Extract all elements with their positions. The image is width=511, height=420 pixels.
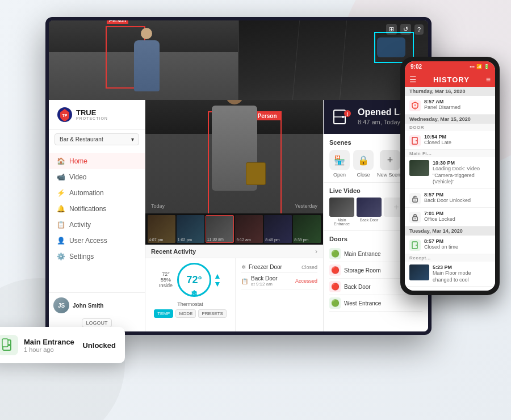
door-ok-icon-history <box>411 241 419 249</box>
mobile-filter-icon[interactable]: ≡ <box>486 75 491 84</box>
office-locked-desc: Office Locked <box>424 216 491 223</box>
back-door-icon: 📋 <box>241 278 248 284</box>
nav-item-activity[interactable]: 📋 Activity <box>49 217 145 233</box>
user-access-icon: 👤 <box>57 237 65 245</box>
refresh-icon[interactable]: ↺ <box>400 24 411 35</box>
recent-activity-arrow[interactable]: › <box>315 247 317 255</box>
nav-label-user-access: User Access <box>69 237 107 245</box>
nav-item-notifications[interactable]: 🔔 Notifications <box>49 201 145 217</box>
history-item-office-locked[interactable]: 7:01 PM Office Locked <box>405 208 495 226</box>
temp-decrease-button[interactable]: ▼ <box>213 280 221 288</box>
closed-on-time-time: 8:57 PM <box>424 238 491 244</box>
shield-icon-history <box>411 102 419 110</box>
scene-new-label: New Scene <box>377 172 403 178</box>
floor-mode-thumb <box>409 264 429 280</box>
mobile-menu-icon[interactable]: ☰ <box>409 75 417 84</box>
doors-title: Doors <box>329 236 347 242</box>
door-name-main: Main Entrance <box>344 251 380 257</box>
scene-new-button[interactable]: + New Scene <box>377 150 403 178</box>
svg-point-11 <box>414 107 416 108</box>
scene-new-icon: + <box>380 150 400 170</box>
temp-increase-button[interactable]: ▲ <box>213 272 221 280</box>
door-west-entrance[interactable]: 🟢 West Entrance <box>329 295 422 312</box>
thumb-4[interactable]: 9:12 am <box>235 215 263 243</box>
grid-icon[interactable]: ⊞ <box>386 24 397 35</box>
therm-mode-button[interactable]: MODE <box>175 309 196 318</box>
mobile-signal-icon: ▪▪▪ <box>470 64 475 69</box>
panel-disarmed-content: 8:57 AM Panel Disarmed <box>424 99 491 111</box>
mobile-wifi-icon: 📶 <box>476 64 482 69</box>
door-icon-storage: 🔴 <box>329 264 341 276</box>
nav-item-video[interactable]: 📹 Video <box>49 169 145 185</box>
door-icon-main: 🟢 <box>329 248 341 259</box>
cam-label-today: Today <box>151 203 165 209</box>
scene-open-button[interactable]: 🏪 Open <box>329 150 350 178</box>
inside-label: Inside <box>159 283 173 288</box>
history-item-closed-on-time[interactable]: 8:57 PM Closed on time <box>405 236 495 254</box>
live-cam-back[interactable]: Back Door <box>357 198 382 226</box>
back-door-name: Back Door <box>251 275 278 282</box>
camera-feed-1[interactable]: 11:30 am Person <box>49 20 239 100</box>
loading-dock-time: 10:30 PM <box>433 160 491 166</box>
svg-point-19 <box>416 245 417 246</box>
door-name-back: Back Door <box>344 284 371 290</box>
activity-icon: 📋 <box>57 221 65 229</box>
door-icon-history <box>411 137 419 145</box>
logo-protection: PROTECTION <box>76 116 108 120</box>
loading-dock-thumb <box>409 160 429 176</box>
history-item-loading-dock[interactable]: 10:30 PM Loading Dock: Video"Camera-trig… <box>405 157 495 189</box>
notif-status: Unlocked <box>82 341 116 350</box>
live-thumb-extra-icon: + <box>393 202 399 212</box>
nav-item-settings[interactable]: ⚙️ Settings <box>49 249 145 264</box>
freezer-icon: ❄ <box>241 264 246 270</box>
sidebar: TP TRUE PROTECTION Bar & Restaurant ▾ <box>49 100 145 331</box>
nav-item-user-access[interactable]: 👤 User Access <box>49 233 145 249</box>
history-item-closed-late[interactable]: 10:54 PM Closed Late <box>405 131 495 150</box>
mobile-time: 9:02 <box>411 64 422 70</box>
history-item-panel-disarmed[interactable]: 8:57 AM Panel Disarmed <box>405 96 495 115</box>
settings-icon: ⚙️ <box>57 253 65 261</box>
location-selector[interactable]: Bar & Restaurant ▾ <box>55 133 139 145</box>
opened-late-icon: ! <box>332 107 352 127</box>
nav-item-automation[interactable]: ⚡ Automation <box>49 185 145 201</box>
logout-button[interactable]: LOGOUT <box>82 318 111 327</box>
mobile-app-title: HISTORY <box>433 75 470 84</box>
back-door-unlocked-time: 8:57 PM <box>424 192 491 198</box>
thumb-3[interactable]: 11:30 am <box>206 215 234 243</box>
closed-on-time-desc: Closed on time <box>424 244 491 251</box>
nav-item-home[interactable]: 🏠 Home <box>49 153 145 169</box>
live-thumb-main <box>329 198 354 217</box>
scene-open-label: Open <box>333 172 346 178</box>
live-thumb-back <box>357 198 382 217</box>
therm-presets-button[interactable]: PRESETS <box>198 309 226 318</box>
temp-controls: ▲ ▼ <box>213 272 221 288</box>
nav-label-activity: Activity <box>69 221 91 229</box>
therm-temp-button[interactable]: TEMP <box>154 309 173 318</box>
nav-label-notifications: Notifications <box>69 205 106 213</box>
thumb-6[interactable]: 8:39 pm <box>293 215 321 243</box>
history-item-back-door-unlocked[interactable]: 8:57 PM Back Door Unlocked <box>405 189 495 208</box>
back-door-item: 📋 Back Door at 9:12 am Accessed <box>241 273 317 289</box>
history-item-floor-mode[interactable]: 5:23 PM Main Floor modechanged to cool <box>405 262 495 287</box>
live-cam-main[interactable]: MainEntrance <box>329 198 354 226</box>
outside-humidity: 55% <box>161 277 171 283</box>
main-content: TP TRUE PROTECTION Bar & Restaurant ▾ <box>49 100 428 331</box>
notif-content: Main Entrance 1 hour ago <box>24 338 77 353</box>
thumb-5[interactable]: 8:46 pm <box>264 215 292 243</box>
svg-point-15 <box>414 200 416 201</box>
back-door-unlocked-desc: Back Door Unlocked <box>424 198 491 204</box>
location-chevron: ▾ <box>131 136 134 142</box>
office-locked-time: 7:01 PM <box>424 211 491 216</box>
mobile-status-icons: ▪▪▪ 📶 🔋 <box>470 64 489 69</box>
live-thumb-back-label: Back Door <box>360 218 379 222</box>
help-icon[interactable]: ? <box>414 24 424 35</box>
nav-label-video: Video <box>69 173 86 181</box>
thumb-time-2: 1:02 pm <box>178 238 192 242</box>
back-door-unlocked-icon <box>409 193 421 204</box>
main-camera-view[interactable]: Person Today Yesterday <box>145 100 323 213</box>
thumb-2[interactable]: 1:02 pm <box>177 215 204 243</box>
thumb-1[interactable]: 4:07 pm <box>148 215 175 243</box>
freezer-door-name: Freezer Door <box>249 264 282 270</box>
office-locked-icon <box>409 212 421 223</box>
scene-close-button[interactable]: 🔒 Close <box>353 150 374 178</box>
